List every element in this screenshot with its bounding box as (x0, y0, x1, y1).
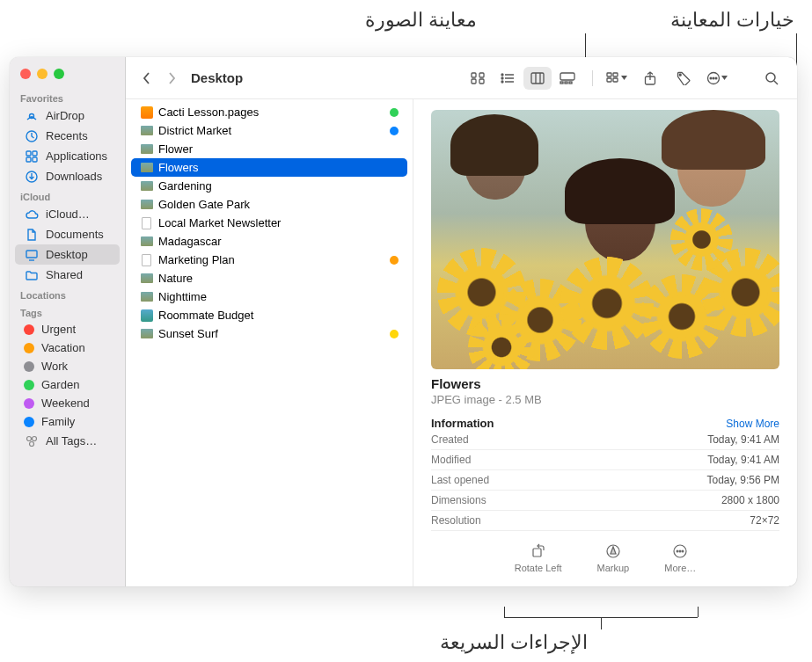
show-more-link[interactable]: Show More (726, 418, 779, 430)
preview-name: Flowers (431, 376, 779, 391)
view-icon-button[interactable] (464, 67, 492, 90)
file-name: District Market (158, 124, 390, 137)
view-gallery-button[interactable] (553, 67, 582, 90)
search-button[interactable] (758, 67, 785, 90)
file-list: Cacti Lesson.pages District Market Flowe… (126, 99, 413, 586)
content-area: Cacti Lesson.pages District Market Flowe… (126, 99, 797, 586)
download-icon (24, 169, 39, 184)
info-row-label: Dimensions (431, 494, 486, 506)
svg-rect-24 (560, 73, 574, 80)
view-column-button[interactable] (523, 67, 552, 90)
sidebar-item-recents[interactable]: Recents (15, 126, 120, 146)
forward-button[interactable] (163, 69, 180, 88)
markup-action[interactable]: Markup (597, 543, 630, 573)
group-button[interactable] (604, 67, 630, 90)
file-icon (140, 235, 153, 248)
file-item[interactable]: Marketing Plan (131, 251, 407, 269)
sidebar-item-icloud[interactable]: iCloud… (15, 204, 120, 224)
more-action[interactable]: More… (664, 543, 696, 573)
back-button[interactable] (138, 69, 156, 88)
info-row: Last opened Today, 9:56 PM (431, 470, 779, 491)
svg-rect-3 (33, 151, 37, 156)
preview-kind: JPEG image - 2.5 MB (431, 393, 779, 406)
rotate-left-action[interactable]: Rotate Left (515, 543, 562, 573)
file-icon (140, 290, 153, 303)
sidebar-all-tags[interactable]: All Tags… (15, 431, 120, 451)
svg-rect-40 (533, 549, 541, 557)
more-icon (672, 543, 688, 559)
info-row-label: Created (431, 433, 469, 446)
file-name: Golden Gate Park (158, 198, 399, 211)
sidebar-tag-label: Urgent (41, 323, 76, 336)
sidebar-tag-work[interactable]: Work (15, 357, 120, 375)
svg-rect-7 (26, 251, 37, 258)
window-controls (10, 64, 125, 88)
info-row-value: Today, 9:56 PM (707, 474, 780, 486)
svg-rect-5 (33, 157, 37, 162)
file-item[interactable]: Roommate Budget (131, 306, 407, 324)
sidebar-item-airdrop[interactable]: AirDrop (15, 105, 120, 126)
sidebar-tag-family[interactable]: Family (15, 412, 120, 431)
file-item[interactable]: Local Market Newsletter (131, 214, 407, 232)
file-item[interactable]: Flowers (131, 158, 407, 177)
tag-button[interactable] (670, 67, 697, 90)
callout-preview-options: خيارات المعاينة (670, 9, 794, 32)
view-list-button[interactable] (494, 67, 522, 90)
sidebar-tag-weekend[interactable]: Weekend (15, 394, 120, 412)
all-tags-label: All Tags… (46, 434, 97, 447)
svg-rect-14 (479, 79, 484, 84)
sidebar-item-documents[interactable]: Documents (15, 224, 120, 244)
sidebar-item-desktop[interactable]: Desktop (15, 244, 120, 265)
file-icon (140, 309, 153, 322)
svg-point-43 (677, 550, 678, 552)
file-item[interactable]: Madagascar (131, 232, 407, 251)
share-button[interactable] (637, 67, 663, 90)
file-name: Gardening (158, 179, 399, 193)
info-row-label: Modified (431, 454, 471, 466)
file-item[interactable]: District Market (131, 121, 407, 140)
tag-dot-icon (24, 324, 34, 335)
file-item[interactable]: Nature (131, 269, 407, 287)
sidebar-item-label: Shared (46, 268, 83, 281)
sidebar-item-applications[interactable]: Applications (15, 146, 120, 166)
svg-rect-29 (613, 73, 618, 76)
minimize-button[interactable] (37, 69, 48, 79)
sidebar-item-label: Desktop (46, 248, 88, 261)
file-icon (140, 105, 153, 119)
main-area: Desktop Cacti Lesson.pages District Ma (126, 57, 797, 586)
svg-point-37 (715, 77, 717, 79)
toolbar: Desktop (126, 57, 797, 99)
more-button[interactable] (704, 67, 730, 90)
file-item[interactable]: Cacti Lesson.pages (131, 103, 407, 121)
svg-point-9 (32, 436, 36, 440)
file-item[interactable]: Flower (131, 140, 407, 158)
svg-point-38 (766, 73, 775, 82)
close-button[interactable] (20, 69, 31, 79)
file-item[interactable]: Sunset Surf (131, 324, 407, 343)
fullscreen-button[interactable] (54, 69, 64, 79)
file-name: Roommate Budget (158, 309, 399, 322)
all-tags-icon (24, 433, 39, 448)
file-tag-dot (390, 330, 399, 338)
file-item[interactable]: Nighttime (131, 287, 407, 306)
sidebar-tag-urgent[interactable]: Urgent (15, 320, 120, 338)
file-item[interactable]: Gardening (131, 177, 407, 195)
sidebar-tag-garden[interactable]: Garden (15, 375, 120, 394)
svg-point-45 (682, 550, 684, 552)
preview-image[interactable] (431, 110, 779, 369)
sidebar-item-downloads[interactable]: Downloads (15, 166, 120, 186)
info-row: Created Today, 9:41 AM (431, 430, 779, 450)
file-icon (140, 179, 153, 193)
info-row: Resolution 72×72 (431, 511, 779, 531)
markup-icon (605, 543, 621, 559)
svg-point-19 (501, 81, 503, 83)
rotate-icon (530, 543, 546, 559)
file-tag-dot (390, 127, 399, 135)
sidebar-tag-vacation[interactable]: Vacation (15, 338, 120, 357)
file-item[interactable]: Golden Gate Park (131, 195, 407, 214)
file-name: Sunset Surf (158, 327, 390, 340)
file-name: Flower (158, 142, 399, 156)
sidebar-item-shared[interactable]: Shared (15, 265, 120, 285)
section-locations: Locations (10, 285, 125, 302)
preview-pane: Flowers JPEG image - 2.5 MB Information … (413, 99, 797, 586)
